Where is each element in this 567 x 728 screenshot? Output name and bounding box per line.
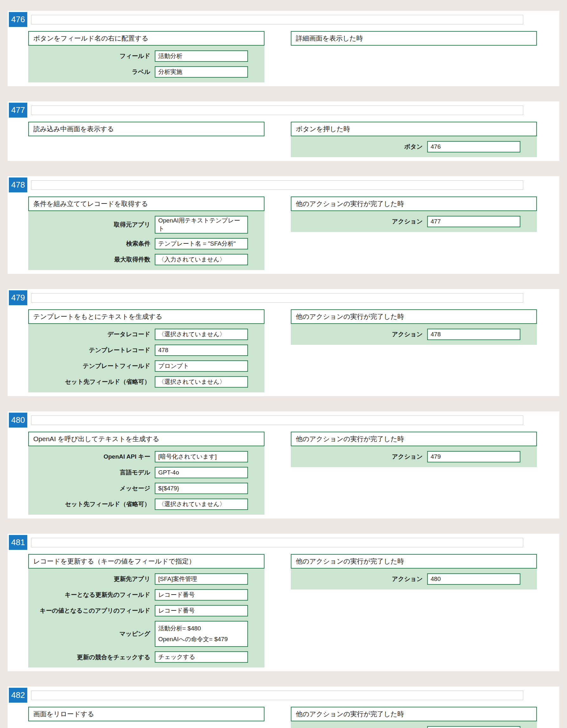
trigger-panel: 詳細画面を表示した時 — [291, 31, 537, 46]
action-memo-input[interactable] — [31, 538, 523, 547]
field-row: マッピング活動分析= $480 OpenAIへの命令文= $479 — [28, 621, 264, 647]
panel-fields: 取得元アプリOpenAI用テキストテンプレート検索条件テンプレート名 = "SF… — [28, 211, 264, 270]
action-list-page: 476ボタンをフィールド名の右に配置するフィールド活動分析ラベル分析実施詳細画面… — [0, 0, 567, 728]
action-number-badge: 480 — [9, 413, 27, 428]
field-value-box[interactable]: プロンプト — [155, 360, 248, 372]
panel-fields: データレコード〈選択されていません〉テンプレートレコード478テンプレートフィー… — [28, 324, 264, 392]
action-memo-input[interactable] — [31, 691, 523, 700]
field-row: 検索条件テンプレート名 = "SFA分析" — [28, 238, 264, 249]
field-value-box[interactable]: 481 — [427, 726, 520, 728]
action-title: ボタンをフィールド名の右に配置する — [28, 31, 264, 46]
block-body: 条件を組み立ててレコードを取得する取得元アプリOpenAI用テキストテンプレート… — [8, 196, 559, 270]
action-title: 読み込み中画面を表示する — [28, 122, 264, 136]
field-value-box[interactable]: GPT-4o — [155, 467, 248, 478]
panel-fields: フィールド活動分析ラベル分析実施 — [28, 46, 264, 82]
panel-fields: 更新先アプリ[SFA]案件管理キーとなる更新先のフィールドレコード番号キーの値と… — [28, 569, 264, 667]
field-value-box[interactable]: テンプレート名 = "SFA分析" — [155, 238, 248, 249]
action-number-badge: 478 — [9, 177, 27, 192]
action-panel: OpenAI を呼び出してテキストを生成するOpenAI API キー[暗号化さ… — [28, 432, 264, 515]
field-label: セット先フィールド（省略可） — [28, 378, 150, 386]
trigger-title: 詳細画面を表示した時 — [291, 31, 537, 46]
field-row: 更新先アプリ[SFA]案件管理 — [28, 573, 264, 585]
action-memo-input[interactable] — [31, 293, 523, 303]
field-value-box[interactable]: ${$479} — [155, 483, 248, 494]
field-label: データレコード — [28, 331, 150, 338]
field-row: 言語モデルGPT-4o — [28, 467, 264, 478]
action-memo-input[interactable] — [31, 15, 523, 24]
action-block: 479テンプレートをもとにテキストを生成するデータレコード〈選択されていません〉… — [8, 289, 559, 396]
field-label: キーの値となるこのアプリのフィールド — [28, 607, 150, 615]
field-value-box[interactable]: 〈入力されていません〉 — [155, 254, 248, 265]
panel-fields: アクション478 — [291, 324, 537, 345]
field-row: アクション478 — [291, 329, 537, 340]
field-value-box[interactable]: 分析実施 — [155, 66, 248, 78]
field-label: 最大取得件数 — [28, 256, 150, 263]
field-row: アクション479 — [291, 451, 537, 462]
trigger-title: 他のアクションの実行が完了した時 — [291, 554, 537, 569]
field-value-box[interactable]: 478 — [155, 345, 248, 356]
field-value-box[interactable]: レコード番号 — [155, 605, 248, 616]
panel-fields: OpenAI API キー[暗号化されています]言語モデルGPT-4oメッセージ… — [28, 446, 264, 515]
field-row: アクション477 — [291, 216, 537, 227]
block-header: 479 — [8, 290, 559, 305]
action-panel: 画面をリロードする — [28, 707, 264, 721]
trigger-panel: 他のアクションの実行が完了した時アクション481 — [291, 707, 537, 728]
field-label: 検索条件 — [28, 240, 150, 248]
action-block: 478条件を組み立ててレコードを取得する取得元アプリOpenAI用テキストテンプ… — [8, 176, 559, 274]
field-value-box[interactable]: 〈選択されていません〉 — [155, 376, 248, 388]
block-header: 478 — [8, 177, 559, 192]
field-label: ラベル — [28, 68, 150, 76]
field-value-box[interactable]: チェックする — [155, 651, 248, 663]
field-row: テンプレートフィールドプロンプト — [28, 360, 264, 372]
block-body: テンプレートをもとにテキストを生成するデータレコード〈選択されていません〉テンプ… — [8, 309, 559, 392]
trigger-title: 他のアクションの実行が完了した時 — [291, 309, 537, 324]
action-title: 条件を組み立ててレコードを取得する — [28, 196, 264, 211]
trigger-panel: 他のアクションの実行が完了した時アクション479 — [291, 432, 537, 467]
action-memo-input[interactable] — [31, 106, 523, 115]
field-row: テンプレートレコード478 — [28, 345, 264, 356]
field-label: OpenAI API キー — [28, 453, 150, 461]
field-value-box[interactable]: [SFA]案件管理 — [155, 573, 248, 585]
field-value-box[interactable]: OpenAI用テキストテンプレート — [155, 216, 248, 234]
field-value-box[interactable]: [暗号化されています] — [155, 451, 248, 462]
field-row: ラベル分析実施 — [28, 66, 264, 78]
action-panel: テンプレートをもとにテキストを生成するデータレコード〈選択されていません〉テンプ… — [28, 309, 264, 392]
field-row: OpenAI API キー[暗号化されています] — [28, 451, 264, 462]
field-row: フィールド活動分析 — [28, 50, 264, 62]
field-value-box[interactable]: 476 — [427, 141, 520, 152]
field-label: マッピング — [28, 630, 150, 638]
field-value-box[interactable]: 活動分析 — [155, 50, 248, 62]
field-label: キーとなる更新先のフィールド — [28, 591, 150, 599]
action-title: レコードを更新する（キーの値をフィールドで指定） — [28, 554, 264, 569]
action-title: テンプレートをもとにテキストを生成する — [28, 309, 264, 324]
block-header: 480 — [8, 413, 559, 428]
block-body: OpenAI を呼び出してテキストを生成するOpenAI API キー[暗号化さ… — [8, 432, 559, 515]
panel-fields: アクション477 — [291, 211, 537, 232]
field-row: セット先フィールド（省略可）〈選択されていません〉 — [28, 499, 264, 510]
block-header: 481 — [8, 535, 559, 550]
field-value-box[interactable]: 479 — [427, 451, 520, 462]
field-value-box[interactable]: レコード番号 — [155, 589, 248, 601]
panel-fields: アクション481 — [291, 721, 537, 728]
field-value-box[interactable]: 480 — [427, 573, 520, 585]
field-label: セット先フィールド（省略可） — [28, 500, 150, 508]
field-label: テンプレートフィールド — [28, 362, 150, 370]
field-row: ボタン476 — [291, 141, 537, 152]
trigger-panel: 他のアクションの実行が完了した時アクション480 — [291, 554, 537, 589]
field-label: アクション — [291, 218, 423, 225]
action-title: 画面をリロードする — [28, 707, 264, 721]
field-label: アクション — [291, 575, 423, 583]
field-value-box[interactable]: 〈選択されていません〉 — [155, 499, 248, 510]
field-value-box[interactable]: 活動分析= $480 OpenAIへの命令文= $479 — [155, 621, 248, 647]
block-body: レコードを更新する（キーの値をフィールドで指定）更新先アプリ[SFA]案件管理キ… — [8, 554, 559, 667]
field-label: アクション — [291, 453, 423, 461]
action-memo-input[interactable] — [31, 416, 523, 425]
action-number-badge: 479 — [9, 290, 27, 305]
action-number-badge: 477 — [9, 103, 27, 118]
field-row: キーとなる更新先のフィールドレコード番号 — [28, 589, 264, 601]
action-memo-input[interactable] — [31, 180, 523, 190]
field-value-box[interactable]: 478 — [427, 329, 520, 340]
field-value-box[interactable]: 〈選択されていません〉 — [155, 329, 248, 340]
field-value-box[interactable]: 477 — [427, 216, 520, 227]
action-number-badge: 476 — [9, 12, 27, 27]
